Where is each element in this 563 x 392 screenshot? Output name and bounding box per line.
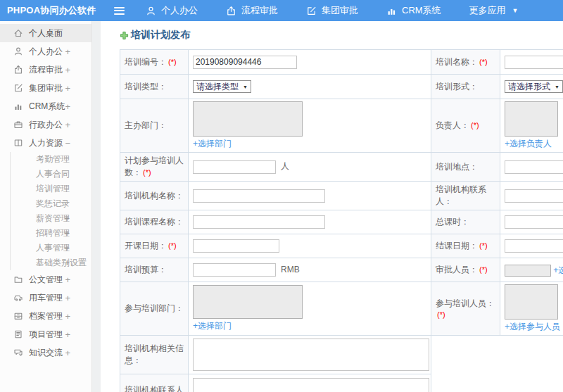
planned-participants-label: 计划参与培训人数：(*) <box>120 153 189 182</box>
training-budget-input[interactable] <box>193 263 276 277</box>
expand-icon[interactable]: + <box>64 258 70 268</box>
sidebar-item-label: 基础类别设置 <box>36 257 87 269</box>
sidebar-item-label: 档案管理 <box>29 310 63 322</box>
sidebar-item-label: 行政办公 <box>29 119 63 131</box>
process-icon <box>13 65 23 75</box>
sidebar-item-crm-system[interactable]: CRM系统+ <box>0 97 91 115</box>
expand-icon[interactable]: + <box>65 120 70 130</box>
total-class-hours-input[interactable] <box>505 215 563 229</box>
expand-icon[interactable]: + <box>65 274 70 285</box>
expand-icon[interactable]: + <box>65 329 70 340</box>
nav-group-approval[interactable]: 集团审批 <box>306 4 358 17</box>
expand-icon[interactable]: + <box>65 293 70 303</box>
nav-crm-system[interactable]: CRM系统 <box>386 4 441 17</box>
required-marker: (*) <box>168 241 177 250</box>
sidebar-item-recruitment-management[interactable]: 招聘管理+ <box>10 226 91 241</box>
sidebar-item-salary-management[interactable]: 薪资管理+ <box>10 211 91 226</box>
planned-participants-field-cell: 人 <box>189 153 431 182</box>
participating-departments-textarea[interactable] <box>193 285 303 319</box>
collapse-icon[interactable]: − <box>65 138 70 148</box>
sidebar-item-personal-desktop[interactable]: 个人桌面 <box>0 24 91 42</box>
expand-icon[interactable]: + <box>65 348 70 358</box>
sidebar-item-archive-management[interactable]: 档案管理+ <box>0 307 91 325</box>
archive-icon <box>13 311 23 321</box>
sidebar-item-human-resources[interactable]: 人力资源− <box>0 134 91 152</box>
host-department-link[interactable]: +选择部门 <box>193 138 232 150</box>
field-label: 培训预算： <box>125 265 167 274</box>
sidebar-item-workflow-approval[interactable]: 流程审批+ <box>0 61 91 79</box>
training-type-select[interactable]: 请选择类型▼ <box>193 80 251 93</box>
approver-input[interactable] <box>505 265 551 277</box>
chevron-down-icon: ▼ <box>512 7 519 14</box>
training-location-input[interactable] <box>505 160 563 174</box>
training-budget-label: 培训预算： <box>120 258 189 282</box>
training-form-select[interactable]: 请选择形式▼ <box>505 80 563 93</box>
expand-icon[interactable]: + <box>64 228 70 239</box>
end-date-label: 结课日期：(*) <box>431 234 500 258</box>
start-date-label: 开课日期：(*) <box>120 234 189 258</box>
edit-icon <box>306 6 317 16</box>
nav-more-apps[interactable]: 更多应用▼ <box>469 4 519 17</box>
person-in-charge-link[interactable]: +选择负责人 <box>505 138 552 150</box>
briefcase-icon <box>13 120 23 129</box>
host-department-textarea[interactable] <box>193 101 303 137</box>
training-budget-field-cell: RMB <box>189 258 431 282</box>
field-label: 培训机构名称： <box>125 191 184 201</box>
training-course-name-input[interactable] <box>193 215 325 229</box>
sidebar-item-label: 人事合同 <box>36 168 70 180</box>
nav-personal-office[interactable]: 个人办公 <box>146 4 198 17</box>
expand-icon[interactable]: + <box>64 243 70 253</box>
training-name-field-cell <box>500 50 563 75</box>
sidebar-item-knowledge-exchange[interactable]: 知识交流+ <box>0 343 91 362</box>
sidebar-item-personnel-contract[interactable]: 人事合同 <box>10 167 91 182</box>
required-marker: (*) <box>479 58 488 66</box>
field-label: 培训机构联系人： <box>436 184 486 206</box>
training-org-info-textarea[interactable] <box>193 339 429 371</box>
chart-icon <box>13 101 23 111</box>
sidebar-item-label: CRM系统 <box>29 101 65 113</box>
training-org-contact-info-textarea[interactable] <box>193 378 429 392</box>
participating-departments-link[interactable]: +选择部门 <box>193 320 232 332</box>
training-org-contact-input[interactable] <box>505 189 563 203</box>
expand-icon[interactable]: + <box>65 83 70 94</box>
field-label: 负责人： <box>436 120 469 130</box>
total-class-hours-label: 总课时： <box>431 210 500 234</box>
approver-link[interactable]: +选择审批人员 <box>553 265 563 277</box>
field-label: 培训编号： <box>125 57 167 67</box>
sidebar-item-project-management[interactable]: 项目管理+ <box>0 325 91 343</box>
expand-icon[interactable]: + <box>65 101 70 112</box>
sidebar-item-admin-office[interactable]: 行政办公+ <box>0 115 91 134</box>
sidebar-item-personnel-management[interactable]: 人事管理+ <box>10 241 91 255</box>
sidebar-item-attendance-management[interactable]: 考勤管理 <box>10 152 91 167</box>
planned-participants-suffix: 人 <box>281 161 289 171</box>
expand-icon[interactable]: + <box>64 213 70 224</box>
sidebar-item-reward-punishment-records[interactable]: 奖惩记录 <box>10 196 91 211</box>
participating-personnel-textarea[interactable] <box>505 284 558 320</box>
participating-personnel-link[interactable]: +选择参与人员 <box>505 321 560 333</box>
training-number-input[interactable] <box>193 56 297 69</box>
field-label: 培训名称： <box>436 57 478 67</box>
sidebar-item-training-management[interactable]: 培训管理 <box>10 182 91 196</box>
expand-icon[interactable]: + <box>65 311 70 322</box>
sidebar-item-group-approval[interactable]: 集团审批+ <box>0 79 91 97</box>
planned-participants-input[interactable] <box>193 160 276 174</box>
training-course-name-field-cell <box>189 210 431 234</box>
sidebar-item-personal-office[interactable]: 个人办公+ <box>0 42 91 61</box>
training-org-name-input[interactable] <box>193 189 325 203</box>
expand-icon[interactable]: + <box>65 65 70 75</box>
sidebar-item-vehicle-management[interactable]: 用车管理+ <box>0 289 91 307</box>
sidebar-item-basic-category-settings[interactable]: 基础类别设置+ <box>10 255 91 270</box>
field-label: 培训类型： <box>125 82 167 91</box>
training-org-contact-info-label: 培训机构联系人相关信息： <box>120 374 189 392</box>
field-label: 结课日期： <box>436 241 478 251</box>
training-name-input[interactable] <box>505 56 563 69</box>
nav-workflow-approval[interactable]: 流程审批 <box>226 4 278 17</box>
end-date-input[interactable] <box>505 239 563 253</box>
person-in-charge-textarea[interactable] <box>505 101 558 137</box>
training-type-label: 培训类型： <box>120 75 189 99</box>
document-icon <box>13 274 23 284</box>
expand-icon[interactable]: + <box>65 46 70 57</box>
start-date-input[interactable] <box>193 239 279 253</box>
sidebar-item-document-management[interactable]: 公文管理+ <box>0 270 91 289</box>
menu-toggle-icon[interactable] <box>114 7 125 15</box>
